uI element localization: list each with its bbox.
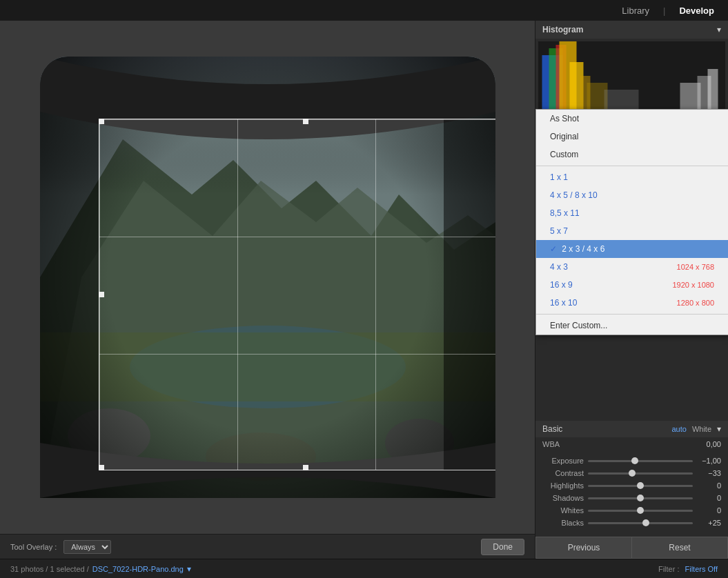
dropdown-item-0[interactable]: As Shot	[536, 110, 728, 128]
filter-value[interactable]: Filters Off	[685, 565, 718, 573]
basic-title: Basic	[542, 424, 562, 434]
dropdown-item-3[interactable]: 1 x 1	[536, 168, 728, 186]
dropdown-menu: As ShotOriginalCustom1 x 14 x 5 / 8 x 10…	[535, 109, 728, 335]
filter-section: Filter : Filters Off	[658, 565, 718, 573]
image-panel: Tool Overlay : Always Auto Never Done	[0, 21, 535, 559]
image-area	[0, 21, 535, 534]
wba-label: WBA	[542, 440, 560, 448]
white-label: White	[692, 425, 711, 433]
dropdown-item-11[interactable]: Enter Custom...	[536, 317, 728, 335]
crop-handle-bottom-left[interactable]	[99, 465, 104, 470]
photo-container	[33, 50, 502, 505]
contrast-row: Contrast −33	[542, 469, 721, 477]
dropdown-divider	[536, 314, 728, 315]
dropdown-divider	[536, 166, 728, 166]
top-bar: Library | Develop	[0, 0, 728, 21]
blacks-thumb[interactable]	[642, 519, 649, 526]
shadows-row: Shadows 0	[542, 494, 721, 502]
histogram-canvas	[538, 41, 725, 110]
checkmark-icon: ✓	[550, 244, 559, 254]
bottom-toolbar: Tool Overlay : Always Auto Never Done	[0, 534, 535, 559]
dropdown-item-1[interactable]: Original	[536, 128, 728, 146]
right-panel-inner: Histogram ▾	[535, 21, 728, 559]
dimension-value: 1280 x 800	[677, 299, 714, 307]
shadows-track[interactable]	[588, 497, 693, 499]
exposure-row: Exposure −1,00	[542, 457, 721, 465]
dropdown-item-4[interactable]: 4 x 5 / 8 x 10	[536, 186, 728, 204]
highlights-thumb[interactable]	[637, 482, 644, 489]
crop-mask-top	[40, 57, 495, 119]
highlights-label: Highlights	[542, 481, 584, 490]
library-tab[interactable]: Library	[622, 6, 649, 16]
exposure-label: Exposure	[542, 457, 584, 465]
previous-button[interactable]: Previous	[535, 537, 631, 559]
basic-header[interactable]: Basic auto White ▾	[535, 421, 728, 437]
whites-thumb[interactable]	[637, 507, 644, 514]
dropdown-item-7[interactable]: ✓ 2 x 3 / 4 x 6	[536, 240, 728, 258]
develop-tab[interactable]: Develop	[679, 6, 714, 16]
dimension-value: 1920 x 1080	[672, 281, 714, 289]
highlights-row: Highlights 0	[542, 481, 721, 490]
histogram-collapse-icon[interactable]: ▾	[717, 25, 721, 34]
status-bar: 31 photos / 1 selected / DSC_7022-HDR-Pa…	[0, 559, 728, 578]
panel-buttons: Previous Reset	[535, 537, 728, 559]
photo-background	[40, 57, 495, 498]
dropdown-item-5[interactable]: 8,5 x 11	[536, 204, 728, 222]
crop-mask-left	[40, 119, 99, 470]
crop-handle-middle-left[interactable]	[99, 292, 104, 297]
crop-mask-bottom	[40, 470, 495, 498]
highlights-value: 0	[697, 481, 721, 490]
blacks-value: +25	[697, 519, 721, 527]
exposure-track[interactable]	[588, 460, 693, 462]
contrast-track[interactable]	[588, 472, 693, 475]
blacks-row: Blacks +25	[542, 519, 721, 527]
dropdown-item-9[interactable]: 16 x 91920 x 1080	[536, 276, 728, 294]
auto-btn[interactable]: auto	[671, 425, 686, 433]
photo-count: 31 photos / 1 selected /	[10, 565, 89, 573]
temp-value: 0,00	[707, 440, 721, 448]
exposure-value: −1,00	[697, 457, 721, 465]
contrast-thumb[interactable]	[629, 470, 636, 477]
done-button[interactable]: Done	[481, 539, 524, 555]
whites-label: Whites	[542, 506, 584, 515]
shadows-label: Shadows	[542, 494, 584, 502]
separator: |	[663, 6, 665, 16]
dropdown-item-6[interactable]: 5 x 7	[536, 222, 728, 240]
tool-overlay-label: Tool Overlay :	[10, 543, 57, 551]
crop-handle-top-center[interactable]	[303, 119, 308, 124]
whites-row: Whites 0	[542, 506, 721, 515]
crop-handle-bottom-center[interactable]	[303, 465, 308, 470]
histogram-title: Histogram	[542, 25, 583, 34]
wba-row: WBA 0,00	[535, 437, 728, 451]
filter-label: Filter :	[658, 565, 680, 573]
svg-rect-17	[604, 90, 639, 110]
reset-button[interactable]: Reset	[631, 537, 728, 559]
svg-rect-20	[708, 69, 718, 110]
blacks-label: Blacks	[542, 519, 584, 527]
whites-value: 0	[697, 506, 721, 515]
blacks-track[interactable]	[588, 522, 693, 524]
contrast-value: −33	[697, 469, 721, 477]
exposure-thumb[interactable]	[631, 457, 638, 464]
whites-track[interactable]	[588, 510, 693, 512]
dimension-value: 1024 x 768	[677, 263, 714, 271]
histogram-svg	[538, 41, 725, 110]
dropdown-item-10[interactable]: 16 x 101280 x 800	[536, 294, 728, 312]
highlights-track[interactable]	[588, 485, 693, 487]
main-content: Tool Overlay : Always Auto Never Done Hi…	[0, 21, 728, 559]
tool-overlay-select[interactable]: Always Auto Never	[63, 540, 111, 554]
sliders-section: Exposure −1,00 Contrast −33 Highlights	[535, 451, 728, 537]
filename-arrow[interactable]: ▾	[187, 564, 191, 574]
basic-collapse-icon[interactable]: ▾	[717, 424, 721, 434]
filename[interactable]: DSC_7022-HDR-Pano.dng	[92, 565, 184, 573]
shadows-value: 0	[697, 494, 721, 502]
dropdown-item-2[interactable]: Custom	[536, 146, 728, 163]
dropdown-item-8[interactable]: 4 x 31024 x 768	[536, 258, 728, 276]
contrast-label: Contrast	[542, 469, 584, 477]
crop-handle-top-left[interactable]	[99, 119, 104, 124]
crop-overlay[interactable]	[99, 119, 495, 470]
shadows-thumb[interactable]	[637, 495, 644, 501]
right-panel: Histogram ▾	[535, 21, 728, 559]
histogram-header[interactable]: Histogram ▾	[535, 21, 728, 39]
